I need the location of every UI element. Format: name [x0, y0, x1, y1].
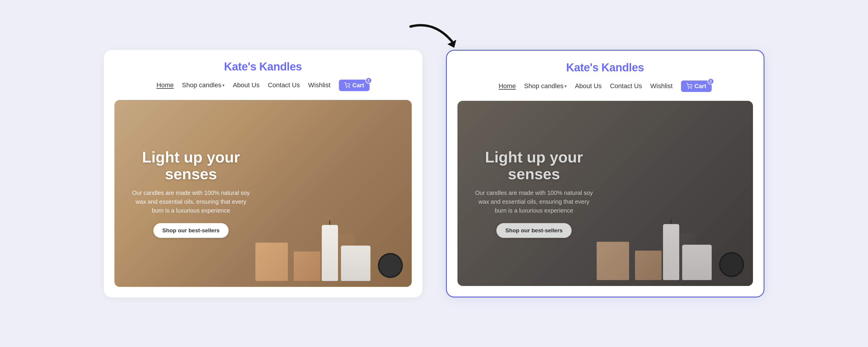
hero-title-left: Light up your senses [129, 149, 253, 182]
hero-cta-right[interactable]: Shop our best-sellers [496, 223, 571, 238]
nav-home-right[interactable]: Home [498, 82, 516, 90]
nav-shop-right[interactable]: Shop candles ▾ [524, 82, 566, 90]
hero-content-right: Light up your senses Our candles are mad… [472, 149, 596, 238]
candle-decoration-left [248, 100, 411, 287]
hero-cta-left[interactable]: Shop our best-sellers [153, 223, 228, 238]
cart-icon-right [686, 83, 692, 89]
brand-title-right: Kate's Kandles [566, 61, 644, 74]
brand-title-left: Kate's Kandles [224, 60, 302, 73]
cart-icon-left [344, 82, 350, 88]
kraft-box-1-left [255, 243, 288, 281]
candle-black-left [378, 253, 403, 278]
candle-wide-left [341, 246, 370, 281]
hero-content-left: Light up your senses Our candles are mad… [129, 149, 253, 238]
hero-subtitle-right: Our candles are made with 100% natural s… [472, 188, 596, 215]
nav-contact-right[interactable]: Contact Us [610, 82, 642, 90]
candle-black-right [719, 252, 744, 277]
arrow-indicator [405, 18, 464, 53]
cart-badge-left: 2 [365, 77, 372, 84]
hero-subtitle-left: Our candles are made with 100% natural s… [129, 188, 253, 215]
kraft-box-2-left [294, 251, 320, 281]
highlighted-card: Kate's Kandles Home Shop candles ▾ About… [446, 50, 765, 297]
cart-badge-right: 2 [708, 78, 714, 85]
hero-banner-left: Light up your senses Our candles are mad… [115, 100, 412, 287]
svg-point-1 [346, 87, 346, 88]
svg-point-4 [691, 88, 691, 89]
cart-button-left[interactable]: Cart 2 [339, 80, 370, 91]
nav-contact-left[interactable]: Contact Us [268, 82, 300, 89]
svg-point-3 [688, 88, 689, 89]
nav-home-left[interactable]: Home [156, 82, 174, 89]
nav-about-right[interactable]: About Us [575, 82, 602, 90]
chevron-icon-right: ▾ [564, 84, 566, 89]
nav-left: Home Shop candles ▾ About Us Contact Us … [156, 80, 369, 91]
candle-wide-right [682, 245, 712, 280]
hero-title-right: Light up your senses [472, 149, 596, 182]
nav-wishlist-left[interactable]: Wishlist [308, 82, 331, 89]
kraft-box-1-right [597, 242, 629, 280]
nav-about-left[interactable]: About Us [233, 82, 259, 89]
chevron-icon: ▾ [222, 83, 224, 88]
candle-decoration-right [590, 101, 753, 286]
nav-wishlist-right[interactable]: Wishlist [650, 82, 673, 90]
kraft-box-2-right [635, 251, 661, 280]
cart-button-right[interactable]: Cart 2 [681, 81, 712, 92]
nav-shop-left[interactable]: Shop candles ▾ [182, 82, 224, 89]
svg-point-2 [349, 87, 349, 88]
hero-banner-right: Light up your senses Our candles are mad… [458, 101, 753, 286]
nav-right: Home Shop candles ▾ About Us Contact Us … [498, 81, 711, 92]
original-card: Kate's Kandles Home Shop candles ▾ About… [104, 50, 422, 297]
